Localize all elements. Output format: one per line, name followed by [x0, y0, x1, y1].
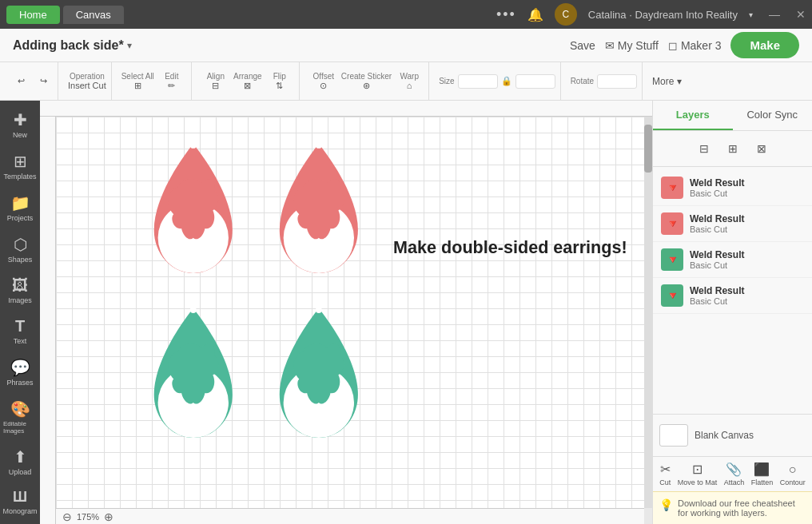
- sidebar-item-phrases[interactable]: 💬 Phrases: [0, 351, 40, 393]
- layer-info: Weld Result Basic Cut: [690, 177, 804, 198]
- width-input[interactable]: [458, 74, 498, 89]
- move-to-mat-label: Move to Mat: [678, 478, 718, 486]
- sidebar-item-monogram[interactable]: Ш Monogram: [0, 482, 40, 522]
- my-stuff-button[interactable]: ✉ My Stuff: [605, 39, 659, 52]
- height-input[interactable]: [515, 74, 555, 89]
- editable-images-label: Editable Images: [3, 420, 37, 435]
- phrases-label: Phrases: [6, 379, 33, 387]
- rotate-label: Rotate: [571, 77, 594, 85]
- layer-item[interactable]: 🔻 Weld Result Basic Cut: [653, 206, 812, 242]
- my-stuff-label: My Stuff: [618, 39, 659, 52]
- layer-sub: Basic Cut: [690, 189, 804, 198]
- scroll-track-vertical[interactable]: [644, 117, 652, 508]
- panel-tool-2[interactable]: ⊞: [722, 137, 744, 160]
- warp-button[interactable]: Warp ⌂: [395, 72, 424, 90]
- minimize-button[interactable]: —: [769, 8, 780, 21]
- sidebar-item-upload[interactable]: ⬆ Upload: [0, 441, 40, 482]
- layer-thumb-pink: 🔻: [661, 177, 683, 199]
- images-icon: 🖼: [12, 276, 28, 295]
- sidebar-item-new[interactable]: ✚ New: [0, 104, 40, 145]
- main-layout: ✚ New ⊞ Templates 📁 Projects ⬡ Shapes 🖼 …: [0, 101, 812, 524]
- canvas-grid[interactable]: Make double-sided earrings!: [56, 117, 652, 508]
- layer-item[interactable]: 🔻 Weld Result Basic Cut: [653, 242, 812, 278]
- tab-home[interactable]: Home: [6, 6, 60, 24]
- avatar: C: [555, 3, 577, 26]
- size-group: Size 🔒: [434, 62, 560, 100]
- earring-green-left[interactable]: [154, 307, 233, 438]
- user-chevron-icon[interactable]: ▾: [749, 10, 753, 19]
- insert-cut-label: Insert Cut: [68, 81, 106, 90]
- canvas-area[interactable]: 4 5 6 7 8 9 10 11 12: [40, 101, 652, 524]
- panel-tool-3[interactable]: ⊠: [750, 137, 773, 160]
- layer-thumb-pink2: 🔻: [661, 212, 683, 235]
- close-button[interactable]: ✕: [796, 8, 806, 21]
- sidebar-item-text[interactable]: T Text: [0, 311, 40, 351]
- project-chevron-icon[interactable]: ▾: [127, 40, 132, 51]
- zoom-in-button[interactable]: ⊕: [104, 510, 113, 523]
- create-sticker-button[interactable]: Create Sticker ⊛: [341, 72, 392, 91]
- right-panel: Layers Color Sync ⊟ ⊞ ⊠ 🔻 Weld Result Ba…: [652, 101, 812, 524]
- svg-point-5: [190, 307, 197, 313]
- left-sidebar: ✚ New ⊞ Templates 📁 Projects ⬡ Shapes 🖼 …: [0, 101, 40, 524]
- layer-info: Weld Result Basic Cut: [690, 285, 804, 306]
- edit-button[interactable]: Edit ✏: [157, 72, 186, 91]
- flip-label: Flip: [273, 72, 286, 81]
- layer-item[interactable]: 🔻 Weld Result Basic Cut: [653, 278, 812, 314]
- earring-text-label: Make double-sided earrings!: [393, 237, 627, 257]
- rotate-input[interactable]: [597, 74, 637, 89]
- flip-button[interactable]: Flip ⇅: [265, 72, 294, 91]
- undo-button[interactable]: ↩: [11, 72, 30, 91]
- layer-name: Weld Result: [690, 213, 804, 224]
- redo-button[interactable]: ↪: [34, 72, 53, 91]
- panel-flatten-button[interactable]: ⬛ Flatten: [751, 462, 774, 486]
- layer-thumb-green2: 🔻: [661, 284, 683, 307]
- align-icon: ⊟: [212, 81, 219, 91]
- maker-button[interactable]: ◻ Maker 3: [668, 39, 722, 52]
- panel-attach-button[interactable]: 📎 Attach: [724, 462, 745, 486]
- save-button[interactable]: Save: [570, 39, 595, 52]
- sidebar-item-images[interactable]: 🖼 Images: [0, 270, 40, 311]
- sidebar-item-templates[interactable]: ⊞ Templates: [0, 145, 40, 187]
- select-all-button[interactable]: Select All ⊞: [121, 72, 154, 91]
- panel-tool-1[interactable]: ⊟: [693, 137, 715, 160]
- panel-contour-button[interactable]: ○ Contour: [780, 462, 806, 486]
- layer-info: Weld Result Basic Cut: [690, 249, 804, 270]
- tab-layers[interactable]: Layers: [653, 101, 733, 130]
- panel-cut-button[interactable]: ✂ Cut: [659, 462, 671, 486]
- sidebar-item-shapes[interactable]: ⬡ Shapes: [0, 228, 40, 270]
- undo-redo-group: ↩ ↪: [6, 62, 58, 100]
- operation-dropdown[interactable]: Operation Insert Cut: [68, 72, 106, 90]
- layer-name: Weld Result: [690, 249, 804, 260]
- layer-thumb-green: 🔻: [661, 248, 683, 271]
- earring-green-right[interactable]: [280, 307, 358, 438]
- layer-item[interactable]: 🔻 Weld Result Basic Cut: [653, 170, 812, 206]
- projects-icon: 📁: [10, 193, 30, 212]
- panel-move-to-mat-button[interactable]: ⊡ Move to Mat: [678, 462, 718, 486]
- sidebar-item-editable-images[interactable]: 🎨 Editable Images: [0, 393, 40, 441]
- maker-icon: ◻: [668, 39, 678, 52]
- new-icon: ✚: [14, 110, 27, 129]
- earring-pink-left[interactable]: [154, 142, 233, 273]
- align-button[interactable]: Align ⊟: [201, 72, 230, 91]
- operation-group: Operation Insert Cut: [63, 62, 112, 100]
- sub-header: Adding back side* ▾ Save ✉ My Stuff ◻ Ma…: [0, 29, 812, 62]
- earring-pink-right[interactable]: [280, 142, 358, 273]
- arrange-button[interactable]: Arrange ⊠: [233, 72, 262, 91]
- offset-button[interactable]: Offset ⊙: [309, 72, 338, 91]
- tab-color-sync[interactable]: Color Sync: [733, 101, 813, 130]
- tab-canvas[interactable]: Canvas: [63, 6, 124, 24]
- operation-label: Operation: [70, 72, 105, 81]
- zoom-out-button[interactable]: ⊖: [62, 510, 72, 523]
- zoom-level: 175%: [77, 512, 99, 522]
- monogram-icon: Ш: [13, 489, 27, 506]
- bell-icon[interactable]: 🔔: [527, 7, 543, 22]
- more-dots[interactable]: •••: [496, 6, 516, 23]
- top-bar-right: ••• 🔔 C Catalina · Daydream Into Reality…: [496, 3, 806, 26]
- make-button[interactable]: Make: [730, 32, 799, 58]
- more-button[interactable]: More ▾: [652, 76, 682, 87]
- sidebar-item-projects[interactable]: 📁 Projects: [0, 187, 40, 228]
- select-group: Select All ⊞ Edit ✏: [117, 62, 192, 100]
- lock-icon[interactable]: 🔒: [501, 76, 512, 86]
- svg-point-7: [316, 307, 322, 313]
- scroll-thumb-vertical[interactable]: [644, 125, 652, 173]
